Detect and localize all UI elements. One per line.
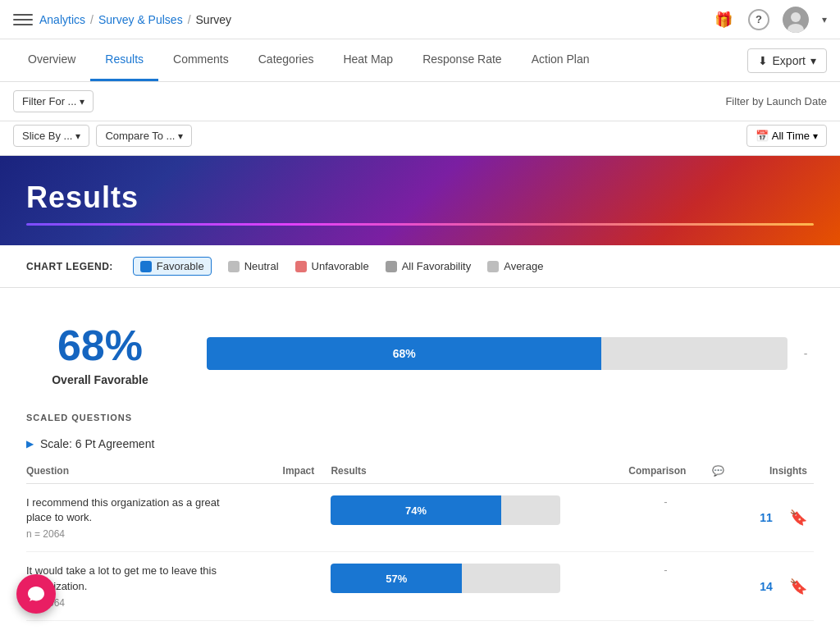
results-cell-3: 75% (331, 620, 628, 630)
filter-bar-right: Filter by Launch Date (725, 95, 827, 107)
question-text-2: It would take a lot to get me to leave t… (26, 564, 223, 593)
insights-count-2: 14 (750, 580, 783, 593)
question-cell-3: My immediate coworkers (26, 620, 283, 630)
col-header-impact: Impact (283, 459, 331, 484)
user-dropdown-arrow[interactable]: ▾ (822, 14, 827, 25)
question-n-1: n = 2064 (26, 528, 276, 540)
question-text-1: I recommend this organization as a great… (26, 495, 223, 525)
results-cell-2: 57% (331, 552, 628, 620)
overall-section: 68% Overall Favorable 68% - (26, 308, 814, 399)
comparison-cell-2: - (628, 552, 709, 620)
questions-table: Question Impact Results Comparison 💬 Ins… (26, 459, 814, 630)
chat-bubble[interactable] (16, 574, 56, 614)
hamburger-menu[interactable] (13, 10, 33, 30)
legend-favorable[interactable]: Favorable (133, 257, 212, 276)
filter-bar: Filter For ... Filter by Launch Date (0, 82, 840, 121)
bar-fill-1: 74% (331, 495, 500, 525)
all-favorability-dot (386, 261, 397, 272)
svg-point-1 (791, 12, 801, 22)
export-icon: ⬇ (758, 54, 768, 67)
table-header-row: Question Impact Results Comparison 💬 Ins… (26, 459, 814, 484)
tab-categories[interactable]: Categories (244, 39, 329, 81)
bar-container-1: 74% (331, 495, 560, 525)
tab-response-rate[interactable]: Response Rate (408, 39, 517, 81)
question-cell-2: It would take a lot to get me to leave t… (26, 552, 283, 620)
impact-cell-1 (283, 484, 331, 552)
unfavorable-dot (295, 261, 307, 272)
overall-score: 68% Overall Favorable (26, 321, 174, 386)
tab-heat-map[interactable]: Heat Map (328, 39, 408, 81)
breadcrumb-sep-2: / (188, 13, 191, 26)
nav-tabs-left: Overview Results Comments Categories Hea… (13, 39, 604, 81)
slice-by-chevron (75, 130, 80, 142)
results-banner: Results (0, 156, 840, 245)
slice-by-button[interactable]: Slice By ... (13, 125, 89, 147)
tab-comments[interactable]: Comments (158, 39, 244, 81)
col-header-question: Question (26, 459, 283, 484)
legend-bar: CHART LEGEND: Favorable Neutral Unfavora… (0, 245, 840, 288)
bookmark-icon-1[interactable]: 🔖 (789, 509, 807, 527)
table-row: I recommend this organization as a great… (26, 484, 814, 552)
insights-count-1: 11 (750, 511, 783, 524)
insights-cell-1: 11 🔖 (733, 484, 814, 552)
filter-bar-bottom-right: 📅 All Time (746, 125, 827, 147)
col-header-comparison: Comparison (628, 459, 709, 484)
results-title: Results (26, 180, 814, 215)
comparison-cell-1: - (628, 484, 709, 552)
bar-fill-2: 57% (331, 564, 462, 593)
scale-group-header[interactable]: ▶ Scale: 6 Pt Agreement (26, 429, 814, 459)
favorable-dot (140, 261, 152, 272)
comparison-cell-3: - (628, 620, 709, 630)
export-button[interactable]: ⬇ Export ▾ (747, 48, 827, 73)
legend-neutral[interactable]: Neutral (228, 260, 279, 272)
impact-cell-3 (283, 620, 331, 630)
filter-bar-bottom-left: Slice By ... Compare To ... (13, 125, 192, 147)
main-content: 68% Overall Favorable 68% - SCALED QUEST… (0, 288, 840, 630)
impact-cell-2 (283, 552, 331, 620)
export-dropdown-icon: ▾ (810, 54, 816, 67)
filter-for-button[interactable]: Filter For ... (13, 90, 94, 112)
breadcrumb-analytics[interactable]: Analytics (39, 13, 85, 26)
legend-unfavorable[interactable]: Unfavorable (295, 260, 369, 272)
average-dot (487, 261, 499, 272)
chat-icon: 💬 (712, 465, 724, 477)
insights-cell-3 (733, 620, 814, 630)
help-icon[interactable]: ? (748, 9, 769, 30)
legend-all-favorability[interactable]: All Favorability (386, 260, 472, 272)
bookmark-icon-2[interactable]: 🔖 (789, 578, 807, 596)
col-header-insights: Insights (733, 459, 814, 484)
question-n-2: n = 2064 (26, 597, 276, 609)
app-header: Analytics / Survey & Pulses / Survey 🎁 ?… (0, 0, 840, 39)
tab-action-plan[interactable]: Action Plan (517, 39, 605, 81)
filter-bar-left: Filter For ... (13, 90, 94, 112)
overall-bar-container: 68% (207, 337, 788, 370)
question-cell-1: I recommend this organization as a great… (26, 484, 283, 552)
tab-overview[interactable]: Overview (13, 39, 90, 81)
breadcrumb-survey-pulses[interactable]: Survey & Pulses (98, 13, 183, 26)
breadcrumb: Analytics / Survey & Pulses / Survey (39, 13, 231, 26)
col-header-results: Results (331, 459, 628, 484)
compare-to-button[interactable]: Compare To ... (96, 125, 192, 147)
table-row: My immediate coworkers 75% - (26, 620, 814, 630)
overall-bar-fill: 68% (207, 337, 601, 370)
overall-comparison: - (797, 347, 814, 360)
insights-cell-2: 14 🔖 (733, 552, 814, 620)
all-time-button[interactable]: 📅 All Time (746, 125, 827, 147)
tab-results[interactable]: Results (90, 39, 158, 81)
calendar-icon: 📅 (756, 130, 769, 142)
header-left: Analytics / Survey & Pulses / Survey (13, 10, 231, 30)
nav-tabs-bar: Overview Results Comments Categories Hea… (0, 39, 840, 82)
overall-bar-area: 68% - (207, 337, 814, 370)
overall-percentage: 68% (26, 321, 174, 370)
user-avatar[interactable] (783, 7, 809, 33)
gift-icon[interactable]: 🎁 (712, 8, 735, 31)
col-header-chat: 💬 (710, 459, 733, 484)
filter-launch-date-label: Filter by Launch Date (725, 95, 827, 107)
results-cell-1: 74% (331, 484, 628, 552)
overall-label: Overall Favorable (26, 373, 174, 386)
legend-average[interactable]: Average (487, 260, 543, 272)
time-chevron (813, 130, 818, 142)
scaled-questions-header: SCALED QUESTIONS (26, 399, 814, 429)
neutral-dot (228, 261, 240, 272)
scale-group-title: Scale: 6 Pt Agreement (40, 437, 154, 450)
